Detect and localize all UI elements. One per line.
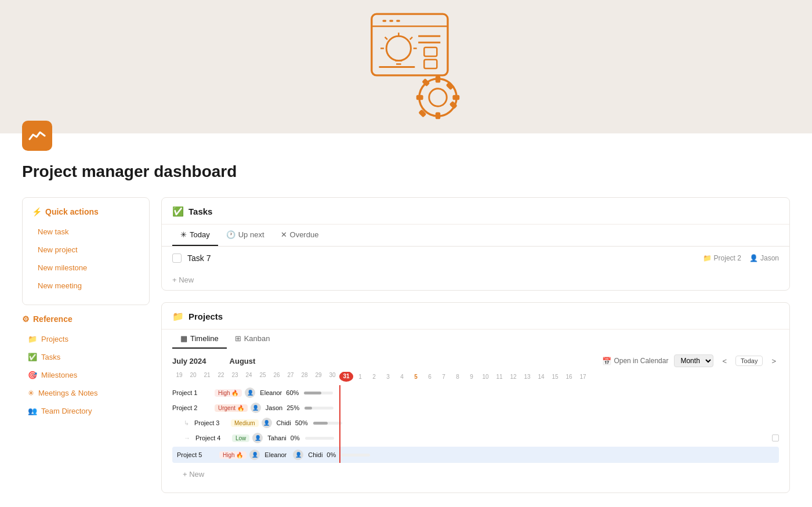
svg-rect-2 xyxy=(389,20,393,21)
day-cell: 20 xyxy=(186,372,200,382)
open-calendar-button[interactable]: 📅 Open in Calendar xyxy=(602,357,668,365)
tab-overdue[interactable]: ✕ Overdue xyxy=(273,224,327,246)
project-2-assignee: Jason xyxy=(266,404,282,411)
next-month-button[interactable]: > xyxy=(768,356,779,367)
sidebar-item-milestones[interactable]: 🎯 Milestones xyxy=(22,367,150,383)
clock-icon: 🕐 xyxy=(226,230,235,239)
project-2-priority: Urgent 🔥 xyxy=(215,404,248,412)
day-cell: 10 xyxy=(478,374,492,380)
day-cell: 30 xyxy=(325,372,339,382)
day-cell: 4 xyxy=(395,374,409,380)
add-task-button[interactable]: + New xyxy=(162,270,789,290)
svg-line-10 xyxy=(410,37,412,39)
day-cell: 26 xyxy=(270,372,284,382)
project-2-progress: 25% xyxy=(287,404,299,411)
project-4-progress: 0% xyxy=(291,434,300,441)
project-5-assignee-2: Chidi xyxy=(308,451,322,458)
quick-actions-section: ⚡ Quick actions New task New project New… xyxy=(22,197,150,305)
day-cell: 21 xyxy=(200,372,214,382)
day-cell: 17 xyxy=(576,374,590,380)
svg-point-19 xyxy=(429,89,447,106)
project-4-expand-icon[interactable] xyxy=(772,434,779,441)
projects-widget-header: 📁 Projects xyxy=(162,303,789,329)
day-cell: 29 xyxy=(311,372,325,382)
sidebar-item-projects[interactable]: 📁 Projects xyxy=(22,331,150,347)
project-3-priority: Medium xyxy=(231,419,259,427)
new-meeting-button[interactable]: New meeting xyxy=(32,277,140,294)
day-cell: 28 xyxy=(298,372,311,382)
project-4-assignee: Tahani xyxy=(267,434,286,441)
tab-kanban[interactable]: ⊞ Kanban xyxy=(227,329,278,349)
day-cell: 24 xyxy=(242,372,256,382)
hero-illustration xyxy=(342,8,470,126)
project-5-priority: High 🔥 xyxy=(219,451,246,459)
month-select[interactable]: Month xyxy=(674,354,713,367)
project-3-name: Project 3 xyxy=(194,419,228,426)
sidebar: ⚡ Quick actions New task New project New… xyxy=(22,197,150,505)
project-3-avatar: 👤 xyxy=(262,418,272,428)
reference-title: ⚙ Reference xyxy=(22,314,150,324)
project-2-progress-bar xyxy=(304,407,334,410)
sun-icon: ✳ xyxy=(180,230,187,239)
task-meta: 📁 Project 2 👤 Jason xyxy=(703,254,779,262)
project-1-fill xyxy=(304,392,321,394)
new-project-button[interactable]: New project xyxy=(32,241,140,258)
project-5-progress-bar xyxy=(341,454,370,457)
project-5-progress: 0% xyxy=(327,451,336,458)
tab-up-next[interactable]: 🕐 Up next xyxy=(218,224,273,246)
project-1-progress-bar xyxy=(304,392,333,394)
project-5-avatar-1: 👤 xyxy=(249,450,260,460)
sidebar-item-tasks[interactable]: ✅ Tasks xyxy=(22,349,150,365)
tab-today[interactable]: ✳ Today xyxy=(172,224,218,246)
day-cell: 2 xyxy=(367,374,381,380)
today-button[interactable]: Today xyxy=(735,356,763,366)
svg-line-9 xyxy=(385,37,387,39)
day-cell: 11 xyxy=(492,374,506,380)
svg-rect-3 xyxy=(396,20,400,21)
day-cell: 13 xyxy=(520,374,534,380)
tasks-widget-header: ✅ Tasks xyxy=(162,198,789,224)
day-cell: 6 xyxy=(423,374,437,380)
tasks-tabs: ✳ Today 🕐 Up next ✕ Overdue xyxy=(162,224,789,247)
project-1-progress: 60% xyxy=(286,389,299,396)
x-icon: ✕ xyxy=(281,230,287,239)
project-4-priority: Low xyxy=(232,434,249,442)
timeline-area: July 2024 August 📅 Open in Calendar Mont… xyxy=(162,349,789,492)
add-project-button[interactable]: + New xyxy=(172,464,779,484)
quick-actions-title: ⚡ Quick actions xyxy=(32,207,140,216)
project-4-progress-bar xyxy=(305,437,334,440)
task-project: 📁 Project 2 xyxy=(703,254,741,262)
task-assignee: 👤 Jason xyxy=(749,254,779,262)
prev-month-button[interactable]: < xyxy=(719,356,730,367)
new-milestone-button[interactable]: New milestone xyxy=(32,259,140,276)
svg-rect-22 xyxy=(416,95,423,100)
day-cell: 7 xyxy=(437,374,451,380)
svg-rect-1 xyxy=(382,20,386,21)
project-1-assignee: Eleanor xyxy=(260,389,282,396)
svg-rect-16 xyxy=(424,60,437,68)
project-4-row: → Project 4 Low 👤 Tahani 0% xyxy=(172,430,779,446)
day-cell: 8 xyxy=(451,374,465,380)
folder-icon: 📁 xyxy=(28,335,37,343)
main-area: ✅ Tasks ✳ Today 🕐 Up next ✕ Overdue xyxy=(161,197,790,505)
day-cell: 1 xyxy=(353,374,367,380)
task-name: Task 7 xyxy=(187,253,211,263)
notes-icon: ✳ xyxy=(28,389,34,397)
task-checkbox[interactable] xyxy=(172,253,182,263)
project-1-name: Project 1 xyxy=(172,389,212,396)
day-cell: 16 xyxy=(562,374,576,380)
tab-timeline[interactable]: ▦ Timeline xyxy=(172,329,227,349)
sidebar-item-meetings[interactable]: ✳ Meetings & Notes xyxy=(22,385,150,401)
gantt-chart: Project 1 High 🔥 👤 Eleanor 60% Project 2 xyxy=(172,385,779,463)
svg-rect-27 xyxy=(445,82,454,90)
user-icon: 👤 xyxy=(749,254,758,262)
page-title: Project manager dashboard xyxy=(22,162,790,181)
sidebar-item-team-directory[interactable]: 👥 Team Directory xyxy=(22,403,150,419)
day-cell: 23 xyxy=(228,372,242,382)
day-cell: 3 xyxy=(381,374,395,380)
folder-icon-small: 📁 xyxy=(703,254,712,262)
kanban-icon: ⊞ xyxy=(235,334,241,343)
svg-rect-15 xyxy=(424,48,437,56)
day-cell: 9 xyxy=(465,374,478,380)
new-task-button[interactable]: New task xyxy=(32,223,140,240)
